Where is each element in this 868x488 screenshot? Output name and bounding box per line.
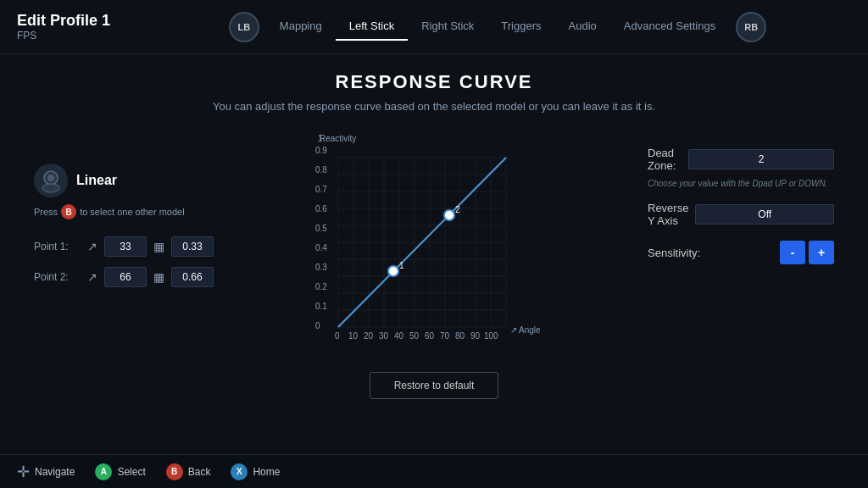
point1-row: Point 1: ↗ ▦ [34,236,214,257]
point2-y-input[interactable] [171,267,214,287]
tab-triggers[interactable]: Triggers [487,13,554,41]
home-label: Home [253,466,280,478]
rb-icon[interactable]: RB [736,12,766,42]
svg-text:20: 20 [364,331,374,341]
reverse-y-row: Reverse Y Axis [648,202,834,227]
tab-audio[interactable]: Audio [555,13,610,41]
back-label: Back [188,466,211,478]
sensitivity-minus-button[interactable]: - [780,241,805,264]
header: Edit Profile 1 FPS LB Mapping Left Stick… [0,0,868,54]
point1-xy-icon: ↗ [87,240,97,253]
chart-point1[interactable] [388,266,398,276]
svg-text:0.7: 0.7 [315,185,327,194]
bottom-bar: ✛ Navigate A Select B Back X Home [0,454,868,488]
a-button-icon: A [95,463,112,480]
svg-text:0: 0 [335,331,340,341]
point1-label: Point 1: [34,241,81,252]
svg-text:40: 40 [394,331,404,341]
svg-point-2 [42,184,59,192]
svg-text:10: 10 [348,331,359,341]
main-content: RESPONSE CURVE You can adjust the respon… [0,54,868,454]
content-area: Linear Press B to select one other model… [0,130,868,358]
press-hint-suffix: to select one other model [80,207,185,217]
svg-text:2: 2 [455,205,460,214]
tab-right-stick[interactable]: Right Stick [408,13,487,41]
sensitivity-plus-button[interactable]: + [809,241,834,264]
svg-text:50: 50 [409,331,420,341]
svg-text:0: 0 [315,321,320,330]
tab-left-stick[interactable]: Left Stick [336,13,408,41]
svg-text:0.5: 0.5 [315,224,327,233]
x-button-icon: X [231,463,248,480]
point2-label: Point 2: [34,271,81,283]
right-panel: Dead Zone: Choose your value with the Dp… [648,130,834,264]
sensitivity-label: Sensitivity: [648,247,773,259]
crosshair-icon: ✛ [17,463,30,481]
sensitivity-row: Sensitivity: - + [648,241,834,264]
page-title: RESPONSE CURVE [336,71,533,93]
model-name: Linear [76,173,117,188]
select-control: A Select [95,463,145,480]
home-control: X Home [231,463,280,480]
chart-point2[interactable] [444,210,454,220]
left-panel: Linear Press B to select one other model… [34,130,220,297]
dead-zone-row: Dead Zone: [648,147,834,172]
response-curve-chart: Reactivity 0 0.1 0.2 0.3 0.4 0.5 0.6 0.7… [311,130,557,358]
point2-bar-icon: ▦ [153,270,164,284]
model-icon [34,164,68,197]
dead-zone-input[interactable] [688,149,834,169]
svg-text:Angle: Angle [519,325,541,335]
svg-text:1: 1 [399,261,404,270]
point1-y-input[interactable] [171,236,214,257]
point2-row: Point 2: ↗ ▦ [34,267,214,287]
press-hint-prefix: Press [34,207,58,217]
svg-point-1 [47,175,54,181]
svg-text:0.2: 0.2 [315,282,327,291]
page-subtitle: You can adjust the response curve based … [213,100,655,113]
dead-zone-label: Dead Zone: [648,147,682,172]
svg-text:0.3: 0.3 [315,263,327,272]
select-label: Select [117,466,145,478]
svg-text:1: 1 [318,134,323,143]
back-control: B Back [166,463,211,480]
tab-advanced[interactable]: Advanced Settings [610,13,729,41]
svg-text:60: 60 [425,331,435,341]
profile-subtitle: FPS [17,30,110,42]
point1-x-input[interactable] [104,236,147,257]
svg-text:0.9: 0.9 [315,146,327,155]
svg-text:90: 90 [470,331,481,341]
svg-text:0.6: 0.6 [315,204,327,214]
tab-mapping[interactable]: Mapping [266,13,336,41]
svg-text:↗: ↗ [510,325,517,335]
restore-default-button[interactable]: Restore to default [370,372,499,399]
press-hint: Press B to select one other model [34,204,185,219]
navigate-control: ✛ Navigate [17,463,75,481]
svg-text:0.4: 0.4 [315,243,327,252]
reverse-y-input[interactable] [695,204,834,225]
nav-tabs: LB Mapping Left Stick Right Stick Trigge… [144,12,851,42]
point2-xy-icon: ↗ [87,270,97,284]
b-button-icon: B [166,463,183,480]
reverse-y-label: Reverse Y Axis [648,202,688,227]
lb-icon[interactable]: LB [229,12,259,42]
sensitivity-controls: - + [780,241,834,264]
svg-text:70: 70 [440,331,450,341]
svg-text:Reactivity: Reactivity [320,134,356,143]
svg-text:100: 100 [484,331,498,341]
chart-container: Reactivity 0 0.1 0.2 0.3 0.4 0.5 0.6 0.7… [237,130,631,358]
point1-bar-icon: ▦ [153,240,164,253]
navigate-label: Navigate [35,466,75,478]
point2-x-input[interactable] [104,267,147,287]
svg-text:0.8: 0.8 [315,165,327,175]
profile-name: Edit Profile 1 [17,12,110,30]
svg-text:0.1: 0.1 [315,302,327,311]
b-button-hint: B [61,204,76,219]
dpad-hint: Choose your value with the Dpad UP or DO… [648,179,834,188]
svg-text:80: 80 [455,331,465,341]
svg-text:30: 30 [379,331,389,341]
model-selector: Linear [34,164,117,197]
profile-title: Edit Profile 1 FPS [17,12,110,42]
